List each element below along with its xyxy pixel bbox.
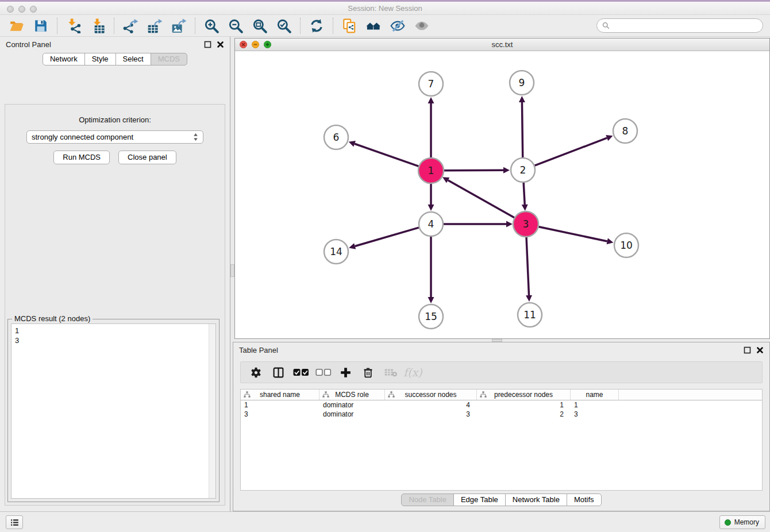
zoom-fit-button[interactable] (248, 17, 272, 35)
import-table-button[interactable] (86, 17, 110, 35)
table-row[interactable]: 3dominator323 (241, 410, 762, 419)
export-table-icon (147, 18, 162, 33)
first-neighbors-button[interactable] (361, 17, 386, 35)
tab-mcds[interactable]: MCDS (151, 53, 187, 65)
splitter-handle[interactable] (230, 264, 234, 277)
graph-edge-2-8[interactable] (535, 138, 607, 165)
save-session-icon (33, 18, 48, 33)
delete-table-button[interactable] (380, 363, 401, 381)
refresh-layout-button[interactable] (305, 17, 329, 35)
column-type-icon (244, 391, 251, 398)
graph-edge-3-11[interactable] (526, 237, 529, 295)
graph-node-7[interactable]: 7 (419, 72, 443, 96)
column-type-icon (322, 391, 329, 398)
graph-edge-3-1[interactable] (448, 180, 515, 218)
tab-network-table[interactable]: Network Table (505, 494, 567, 506)
deselect-all-columns-icon (315, 368, 332, 377)
column-header-mcds-role[interactable]: MCDS role (319, 390, 385, 400)
run-mcds-button[interactable]: Run MCDS (53, 151, 110, 164)
svg-text:15: 15 (425, 311, 437, 322)
tab-edge-table[interactable]: Edge Table (453, 494, 506, 506)
hide-selected-button[interactable] (386, 17, 410, 35)
tab-style[interactable]: Style (84, 53, 116, 65)
column-header-successor-nodes[interactable]: successor nodes (385, 390, 477, 400)
export-network-icon (123, 18, 138, 33)
graph-node-14[interactable]: 14 (324, 240, 348, 264)
table-cell: 3 (385, 410, 477, 419)
svg-text:2: 2 (520, 164, 526, 176)
search-box (596, 18, 763, 33)
memory-status-icon (725, 519, 731, 526)
table-toolbar: f(x) (240, 361, 763, 383)
select-all-columns-button[interactable] (290, 363, 311, 381)
graph-edge-1-6[interactable] (355, 144, 419, 166)
svg-text:4: 4 (428, 218, 434, 230)
column-header-predecessor-nodes[interactable]: predecessor nodes (477, 390, 571, 400)
task-history-button[interactable] (6, 515, 23, 529)
export-network-button[interactable] (118, 17, 143, 35)
table-cell: 2 (477, 410, 571, 419)
graph-edge-2-3[interactable] (523, 183, 525, 205)
show-all-button[interactable] (410, 17, 434, 35)
zoom-out-button[interactable] (224, 17, 248, 35)
toolbar-buttons (5, 17, 434, 35)
hide-selected-icon (390, 18, 405, 33)
control-panel-close-icon[interactable] (217, 41, 224, 48)
clone-network-button[interactable] (337, 17, 361, 35)
create-column-icon (340, 367, 352, 379)
table-row[interactable]: 1dominator411 (241, 400, 762, 410)
tab-select[interactable]: Select (116, 53, 151, 65)
table-panel-title: Table Panel (239, 346, 278, 354)
table-panel-close-icon[interactable] (756, 346, 764, 354)
graph-edge-arrowhead (506, 221, 513, 228)
main-toolbar (0, 15, 770, 37)
graph-edge-3-10[interactable] (538, 227, 607, 241)
search-input[interactable] (613, 21, 758, 30)
graph-node-6[interactable]: 6 (324, 125, 348, 149)
network-window-titlebar[interactable]: scc.txt (235, 38, 769, 51)
window-title: Session: New Session (0, 4, 770, 13)
zoom-selected-button[interactable] (272, 17, 296, 35)
graph-edge-4-14[interactable] (355, 228, 419, 246)
graph-node-15[interactable]: 15 (419, 304, 443, 329)
table-panel-float-icon[interactable] (744, 346, 751, 354)
mcds-result-scrollbar[interactable] (209, 324, 215, 498)
graph-node-4[interactable]: 4 (419, 212, 443, 236)
graph-node-11[interactable]: 11 (518, 303, 542, 327)
tab-motifs[interactable]: Motifs (567, 494, 602, 506)
delete-columns-icon (362, 367, 374, 379)
create-column-button[interactable] (335, 363, 356, 381)
import-network-button[interactable] (61, 17, 86, 35)
tab-network[interactable]: Network (43, 53, 85, 65)
graph-edge-2-9[interactable] (522, 102, 522, 157)
function-builder-button[interactable]: f(x) (402, 363, 424, 381)
column-header-shared-name[interactable]: shared name (241, 390, 319, 400)
save-session-button[interactable] (29, 17, 53, 35)
network-canvas[interactable]: 7968124314101511 (235, 51, 769, 338)
control-panel-float-icon[interactable] (204, 41, 211, 48)
memory-button[interactable]: Memory (719, 515, 765, 529)
close-panel-button[interactable]: Close panel (118, 151, 176, 164)
graph-edge-arrowhead (519, 96, 525, 102)
graph-node-2[interactable]: 2 (511, 158, 535, 182)
zoom-in-button[interactable] (199, 17, 224, 35)
select-updown-icon (193, 133, 198, 141)
delete-columns-button[interactable] (357, 363, 379, 381)
graph-node-3[interactable]: 3 (513, 211, 538, 237)
graph-node-10[interactable]: 10 (614, 233, 638, 257)
column-header-name[interactable]: name (571, 390, 619, 400)
export-table-button[interactable] (143, 17, 167, 35)
open-session-button[interactable] (5, 17, 29, 35)
graph-edge-1-2[interactable] (444, 170, 503, 171)
graph-node-1[interactable]: 1 (418, 158, 444, 183)
export-image-button[interactable] (167, 17, 191, 35)
toggle-panel-columns-button[interactable] (268, 363, 289, 381)
graph-node-8[interactable]: 8 (613, 119, 637, 143)
criterion-select[interactable]: strongly connected component (26, 130, 203, 144)
column-label: successor nodes (405, 391, 456, 399)
function-builder-icon: f(x) (403, 366, 422, 379)
deselect-all-columns-button[interactable] (313, 363, 334, 381)
tab-node-table[interactable]: Node Table (401, 494, 454, 506)
graph-node-9[interactable]: 9 (510, 71, 534, 95)
table-settings-button[interactable] (245, 363, 267, 381)
